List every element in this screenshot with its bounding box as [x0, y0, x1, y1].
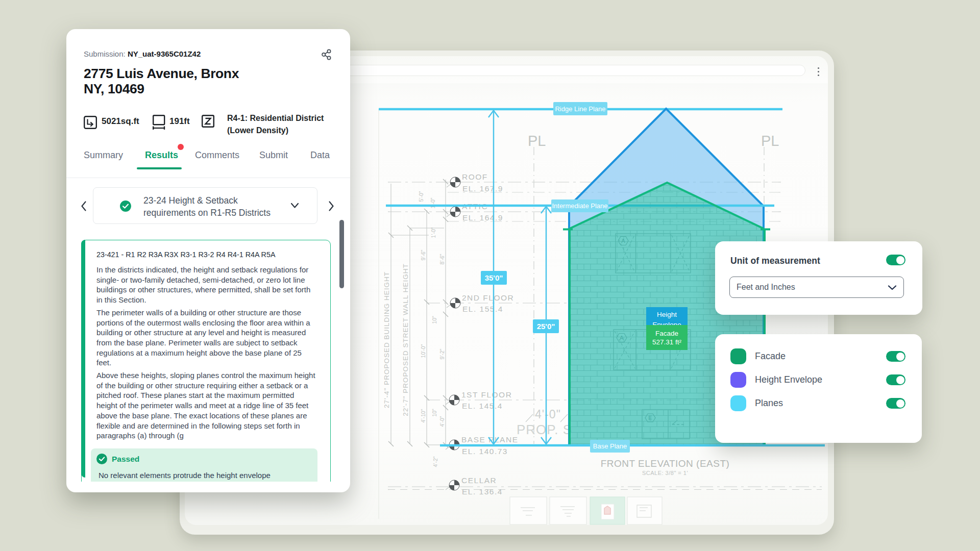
- svg-text:PL: PL: [528, 133, 546, 149]
- svg-text:4'-0": 4'-0": [439, 416, 445, 427]
- svg-text:4'-0": 4'-0": [535, 408, 561, 421]
- svg-text:9'-2": 9'-2": [439, 348, 445, 359]
- svg-text:2ND FLOOR: 2ND FLOOR: [462, 293, 514, 302]
- svg-text:PL: PL: [761, 133, 779, 149]
- svg-text:1'-0": 1'-0": [430, 227, 436, 238]
- svg-text:FRONT ELEVATION (EAST): FRONT ELEVATION (EAST): [601, 458, 730, 469]
- svg-text:1ST FLOOR: 1ST FLOOR: [461, 390, 512, 399]
- svg-text:4'-2": 4'-2": [432, 456, 438, 467]
- svg-text:EL. 145.4: EL. 145.4: [462, 402, 503, 410]
- svg-text:EL. 164.9: EL. 164.9: [462, 213, 503, 222]
- svg-text:5'-0": 5'-0": [418, 191, 424, 202]
- svg-text:Height: Height: [657, 311, 677, 318]
- svg-text:Base Plane: Base Plane: [593, 442, 627, 450]
- svg-text:27'-4" PROPOSED BUILDING HEIGH: 27'-4" PROPOSED BUILDING HEIGHT: [383, 271, 390, 408]
- svg-text:22'-7" PROPOSED STREET WALL HE: 22'-7" PROPOSED STREET WALL HEIGHT: [402, 263, 409, 416]
- svg-text:35'0": 35'0": [485, 273, 503, 282]
- svg-text:SCALE: 3/8" = 1': SCALE: 3/8" = 1': [642, 470, 688, 476]
- svg-text:8'-6": 8'-6": [439, 254, 445, 264]
- svg-text:527.31 ft²: 527.31 ft²: [652, 338, 682, 346]
- svg-text:25'0": 25'0": [537, 322, 555, 331]
- svg-text:EL. 167.9: EL. 167.9: [462, 184, 503, 193]
- svg-text:10": 10": [431, 316, 437, 324]
- svg-text:Facade: Facade: [655, 330, 678, 337]
- svg-text:Ridge Line Plane: Ridge Line Plane: [555, 105, 605, 113]
- svg-text:EL. 155.4: EL. 155.4: [462, 305, 503, 313]
- svg-text:9'-6": 9'-6": [420, 249, 426, 260]
- svg-text:EL. 140.73: EL. 140.73: [462, 447, 508, 456]
- svg-text:CELLAR: CELLAR: [461, 476, 497, 485]
- svg-text:1'-0": 1'-0": [430, 197, 436, 208]
- svg-text:ROOF: ROOF: [462, 172, 488, 181]
- svg-text:Intermediate Plane: Intermediate Plane: [552, 202, 607, 210]
- svg-text:10": 10": [431, 409, 437, 417]
- svg-text:4'-10": 4'-10": [420, 409, 426, 422]
- svg-text:PROP. S: PROP. S: [517, 422, 572, 437]
- svg-text:EL. 136.4: EL. 136.4: [462, 487, 503, 496]
- svg-text:10'-0": 10'-0": [420, 344, 426, 358]
